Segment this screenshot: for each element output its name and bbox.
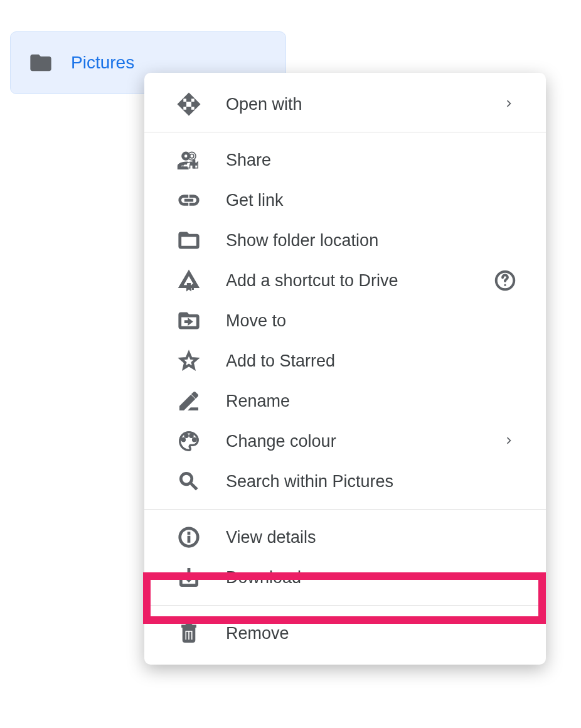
- menu-label: View details: [226, 528, 517, 547]
- link-icon: [176, 187, 202, 213]
- trash-icon: [176, 620, 202, 646]
- menu-label: Download: [226, 568, 517, 587]
- menu-label: Add to Starred: [226, 351, 517, 371]
- menu-label: Search within Pictures: [226, 472, 517, 491]
- context-menu: Open with Share Get link Show folder loc…: [144, 73, 546, 665]
- menu-label: Open with: [226, 95, 502, 114]
- svg-point-2: [182, 438, 185, 441]
- menu-item-add-starred[interactable]: Add to Starred: [144, 341, 546, 381]
- download-icon: [176, 564, 202, 591]
- folder-outline-icon: [176, 227, 202, 254]
- palette-icon: [176, 428, 202, 454]
- menu-item-remove[interactable]: Remove: [144, 613, 546, 653]
- share-icon: [176, 147, 202, 173]
- menu-divider: [144, 132, 546, 132]
- menu-label: Rename: [226, 392, 517, 411]
- star-icon: [176, 348, 202, 374]
- svg-point-1: [504, 284, 506, 286]
- menu-item-open-with[interactable]: Open with: [144, 84, 546, 124]
- menu-item-add-shortcut[interactable]: Add a shortcut to Drive: [144, 260, 546, 301]
- svg-point-3: [185, 434, 188, 437]
- menu-label: Show folder location: [226, 231, 517, 250]
- move-to-icon: [176, 308, 202, 334]
- menu-divider: [144, 605, 546, 606]
- menu-label: Get link: [226, 191, 517, 210]
- help-icon[interactable]: [493, 269, 517, 292]
- edit-icon: [176, 388, 202, 414]
- menu-item-rename[interactable]: Rename: [144, 381, 546, 421]
- menu-label: Change colour: [226, 432, 502, 451]
- open-with-icon: [176, 91, 202, 117]
- folder-icon: [28, 50, 53, 75]
- search-icon: [176, 468, 202, 495]
- menu-divider: [144, 509, 546, 510]
- menu-item-change-colour[interactable]: Change colour: [144, 421, 546, 461]
- svg-point-4: [190, 434, 193, 437]
- menu-label: Remove: [226, 624, 517, 643]
- menu-item-move-to[interactable]: Move to: [144, 301, 546, 341]
- menu-label: Move to: [226, 311, 517, 331]
- menu-item-download[interactable]: Download: [144, 557, 546, 597]
- menu-label: Add a shortcut to Drive: [226, 271, 493, 291]
- folder-name: Pictures: [71, 53, 134, 73]
- info-icon: [176, 524, 202, 550]
- menu-item-show-location[interactable]: Show folder location: [144, 220, 546, 260]
- shortcut-icon: [176, 267, 202, 294]
- menu-item-share[interactable]: Share: [144, 140, 546, 180]
- svg-point-5: [193, 438, 196, 441]
- menu-item-view-details[interactable]: View details: [144, 517, 546, 557]
- menu-item-get-link[interactable]: Get link: [144, 180, 546, 220]
- chevron-right-icon: [502, 434, 517, 449]
- menu-label: Share: [226, 151, 517, 170]
- menu-item-search-within[interactable]: Search within Pictures: [144, 461, 546, 501]
- chevron-right-icon: [502, 97, 517, 112]
